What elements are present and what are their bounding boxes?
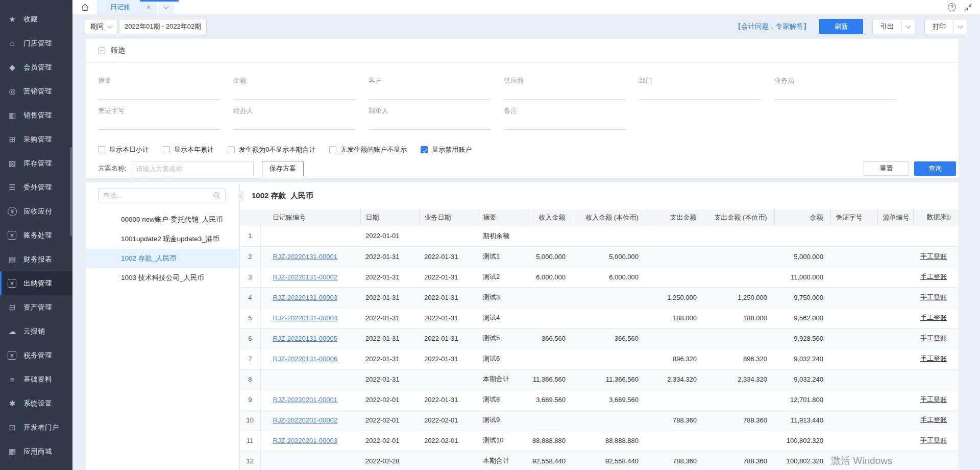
tab-list-dropdown[interactable]: [158, 0, 174, 14]
table-row[interactable]: 11RJZ-20220201-000032022-02-012022-02-01…: [240, 430, 958, 451]
filter-collapse-icon[interactable]: [99, 48, 105, 54]
filter-field-input[interactable]: [233, 85, 356, 100]
print-split-button[interactable]: 打印: [924, 19, 967, 34]
tab-journal[interactable]: 日记账 ×: [97, 0, 157, 14]
data-source-link[interactable]: 手工登账: [920, 395, 947, 403]
journal-entry-link[interactable]: RJZ-20220131-00002: [273, 273, 337, 281]
checkbox-unchecked-icon[interactable]: [228, 146, 235, 153]
filter-field-input[interactable]: [774, 85, 897, 100]
checkbox-unchecked-icon[interactable]: [98, 146, 105, 153]
filter-field-input[interactable]: [504, 85, 626, 100]
filter-field-制单人[interactable]: 制单人: [369, 106, 491, 130]
account-search-input[interactable]: [103, 192, 213, 199]
table-row[interactable]: 82022-01-31本期合计11,366.56011,366.5602,334…: [240, 369, 958, 389]
sidebar-item-app-store-grid[interactable]: ▦应用商城: [0, 439, 72, 463]
sidebar-item-cashier-yuan[interactable]: ¥出纳管理: [0, 271, 72, 295]
table-row[interactable]: 2RJZ-20220131-000012022-01-312022-01-31测…: [240, 246, 958, 267]
filter-field-凭证字号[interactable]: 凭证字号: [98, 106, 220, 130]
account-list-item[interactable]: 1001update2 现金update3_港币: [86, 229, 239, 249]
sidebar-item-outsource-layers[interactable]: ☰委外管理: [0, 175, 72, 199]
filter-field-供应商[interactable]: 供应商: [504, 76, 626, 100]
sidebar-item-financial-report[interactable]: ▤财务报表: [0, 247, 72, 271]
reset-button[interactable]: 重置: [864, 161, 909, 176]
help-button[interactable]: ?: [948, 3, 956, 11]
print-button-label[interactable]: 打印: [925, 19, 953, 34]
table-row[interactable]: 6RJZ-20220131-000052022-01-312022-01-31测…: [240, 328, 958, 348]
column-settings-gear-icon[interactable]: [944, 214, 952, 221]
data-source-link[interactable]: 手工登账: [920, 252, 947, 260]
print-dropdown[interactable]: [953, 19, 967, 34]
table-row[interactable]: 122022-02-28本期合计92,558.44092,558.440788.…: [240, 451, 958, 470]
period-range-picker[interactable]: 2022年01期 - 2022年02期: [119, 19, 207, 34]
filter-field-金额[interactable]: 金额: [233, 76, 356, 100]
home-tab-button[interactable]: [72, 0, 97, 14]
sidebar-item-developer-portal[interactable]: ⊡开发者门户: [0, 415, 72, 439]
exit-fullscreen-icon[interactable]: [964, 3, 972, 11]
table-row[interactable]: 9RJZ-20220201-000012022-02-012022-01-31测…: [240, 389, 958, 410]
sidebar-item-settings-gear[interactable]: ✱系统设置: [0, 391, 72, 415]
save-scheme-button[interactable]: 保存方案: [262, 161, 304, 176]
data-source-link[interactable]: 手工登账: [920, 436, 947, 444]
account-list-item[interactable]: 1002 存款_人民币: [86, 249, 239, 268]
filter-field-部门[interactable]: 部门: [639, 76, 762, 100]
filter-checkbox-1[interactable]: 显示本日小计: [98, 145, 149, 154]
period-select[interactable]: 期间: [85, 19, 117, 34]
panel-collapse-button[interactable]: ‹: [240, 191, 244, 201]
filter-field-业务员[interactable]: 业务员: [774, 76, 897, 100]
sidebar-item-sales-chart[interactable]: ▥销售管理: [0, 103, 72, 127]
data-source-link[interactable]: 手工登账: [920, 334, 947, 342]
sidebar-item-base-data-stack[interactable]: ≡基础资料: [0, 367, 72, 391]
account-list-item[interactable]: 00000 new账户-委托代销_人民币: [86, 210, 239, 229]
export-dropdown[interactable]: [901, 19, 915, 34]
journal-entry-link[interactable]: RJZ-20220201-00003: [273, 437, 337, 444]
query-button[interactable]: 查询: [914, 161, 956, 176]
data-source-link[interactable]: 手工登账: [920, 273, 947, 280]
journal-entry-link[interactable]: RJZ-20220201-00001: [273, 396, 337, 404]
scheme-name-input[interactable]: [131, 161, 254, 176]
table-row[interactable]: 4RJZ-20220131-000032022-01-312022-01-31测…: [240, 287, 958, 308]
table-row[interactable]: 5RJZ-20220131-000042022-01-312022-01-31测…: [240, 308, 958, 328]
expert-qa-link[interactable]: 【会计问题，专家解答】: [734, 22, 811, 31]
filter-field-摘要[interactable]: 摘要: [98, 76, 220, 100]
filter-field-input[interactable]: [369, 85, 491, 100]
table-row[interactable]: 3RJZ-20220131-000022022-01-312022-01-31测…: [240, 267, 958, 287]
filter-field-input[interactable]: [233, 115, 356, 130]
export-split-button[interactable]: 引出: [872, 19, 915, 34]
journal-entry-link[interactable]: RJZ-20220131-00005: [273, 335, 337, 342]
data-source-link[interactable]: 手工登账: [920, 416, 947, 424]
filter-checkbox-2[interactable]: 显示本年累计: [163, 145, 214, 154]
filter-field-input[interactable]: [98, 115, 220, 130]
sidebar-item-member-diamond[interactable]: ◆会员管理: [0, 55, 72, 79]
journal-entry-link[interactable]: RJZ-20220131-00004: [273, 314, 337, 322]
filter-checkbox-3[interactable]: 发生额为0不显示本期合计: [228, 145, 315, 154]
refresh-button[interactable]: 刷新: [819, 19, 863, 34]
filter-field-input[interactable]: [369, 115, 491, 130]
filter-field-备注[interactable]: 备注: [504, 106, 626, 130]
sidebar-item-inventory-box[interactable]: ▧库存管理: [0, 151, 72, 175]
filter-field-input[interactable]: [98, 85, 220, 100]
filter-checkbox-4[interactable]: 无发生额的账户不显示: [329, 145, 407, 154]
sidebar-scrollbar[interactable]: [70, 147, 72, 237]
table-row[interactable]: 12022-01-01期初余额: [240, 226, 958, 246]
sidebar-item-cloud-expense[interactable]: ☁云报销: [0, 319, 72, 343]
journal-entry-link[interactable]: RJZ-20220131-00001: [273, 253, 337, 261]
filter-field-input[interactable]: [639, 85, 762, 100]
checkbox-unchecked-icon[interactable]: [329, 146, 336, 153]
account-search-box[interactable]: [98, 188, 226, 202]
checkbox-checked-icon[interactable]: [421, 146, 428, 153]
sidebar-item-purchase-cart[interactable]: ⊞采购管理: [0, 127, 72, 151]
sidebar-item-accounting-yuan[interactable]: ¥账务处理: [0, 223, 72, 247]
table-row[interactable]: 10RJZ-20220201-000022022-02-012022-02-01…: [240, 410, 958, 430]
filter-checkbox-5[interactable]: 显示禁用账户: [421, 145, 472, 154]
filter-field-客户[interactable]: 客户: [369, 76, 491, 100]
journal-entry-link[interactable]: RJZ-20220201-00002: [273, 416, 337, 424]
data-source-link[interactable]: 手工登账: [920, 355, 947, 362]
journal-entry-link[interactable]: RJZ-20220131-00006: [273, 355, 337, 363]
journal-entry-link[interactable]: RJZ-20220131-00003: [273, 294, 337, 301]
account-list-item[interactable]: 1003 技术科技公司_人民币: [86, 268, 239, 288]
checkbox-unchecked-icon[interactable]: [163, 146, 170, 153]
sidebar-item-receivable-payable-coin[interactable]: ¥应收应付: [0, 199, 72, 223]
filter-field-经办人[interactable]: 经办人: [233, 106, 356, 130]
sidebar-item-asset-box[interactable]: ⊟资产管理: [0, 295, 72, 319]
sidebar-item-tax-yuan[interactable]: ¥税务管理: [0, 343, 72, 367]
